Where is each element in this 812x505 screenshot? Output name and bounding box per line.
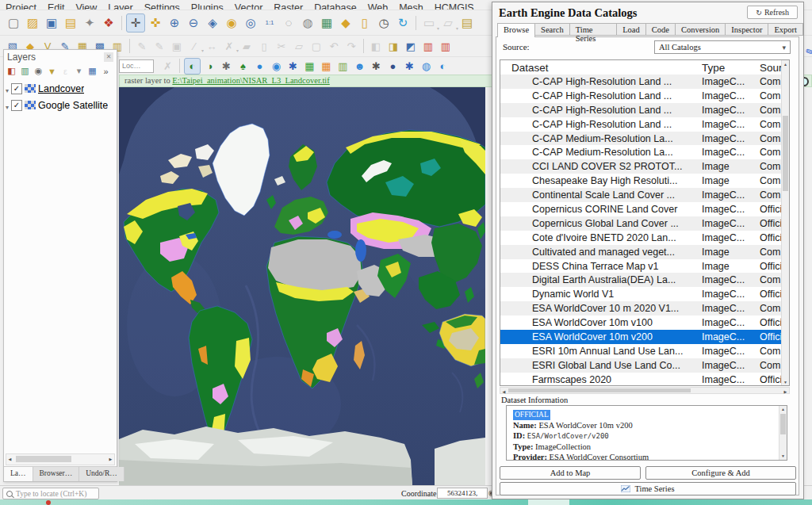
new-map-view-icon[interactable]: ▦ [318, 14, 335, 32]
scroll-left-icon[interactable] [6, 455, 13, 462]
redo-icon[interactable]: ↷ [343, 38, 359, 54]
planet-icon[interactable]: ● [385, 59, 400, 74]
dataset-row[interactable]: Chesapeake Bay High Resoluti...ImageCom.… [500, 174, 789, 188]
menu-view[interactable]: View [70, 3, 102, 10]
bookmark-editor-icon[interactable]: ▯ [356, 14, 373, 32]
zoom-full-icon[interactable]: ◈ [204, 14, 221, 32]
green-grid-icon[interactable]: ▦ [302, 59, 317, 74]
expand-collapse-icon[interactable]: ▾ [73, 65, 85, 77]
attribute-table-icon[interactable]: ▤ [458, 14, 476, 32]
add-to-map-button[interactable]: Add to Map [500, 466, 641, 480]
menu-web[interactable]: Web [362, 3, 393, 10]
refresh-button[interactable]: ↻ Refresh [747, 6, 798, 19]
scrollbar-thumb[interactable] [780, 414, 786, 434]
move-feature-icon[interactable]: ↔ [204, 38, 220, 54]
gear-blue-icon[interactable]: ✱ [285, 59, 301, 74]
current-edits-icon[interactable]: ✎ [134, 38, 150, 54]
delete-selected-icon[interactable]: ▯ [256, 38, 272, 54]
dataset-row[interactable]: C-CAP High-Resolution Land ...ImageC...C… [500, 117, 789, 132]
dataset-row[interactable]: ESA WorldCover 10m v200ImageC...Official [500, 330, 789, 344]
annotation-icon[interactable]: ▥ [438, 38, 454, 54]
tab-inspector[interactable]: Inspector [726, 23, 768, 36]
zoom-to-layer-icon[interactable]: ◎ [242, 14, 259, 32]
menu-settings[interactable]: Settings [139, 3, 186, 10]
layer-item[interactable]: Google Satellite [4, 97, 117, 113]
zoom-out-icon[interactable]: ⊖ [185, 14, 202, 32]
layer-diagram-icon[interactable]: ◩ [403, 38, 419, 54]
chevron-down-icon[interactable] [6, 82, 9, 96]
coordinate-input[interactable]: 56324123, 4678681 [437, 488, 488, 499]
dataset-row[interactable]: DESS China Terrace Map v1ImageOfficial [500, 259, 789, 274]
configure-add-button[interactable]: Configure & Add [645, 466, 796, 480]
scroll-down-icon[interactable] [782, 378, 789, 385]
scroll-right-icon[interactable] [782, 388, 789, 395]
new-project-icon[interactable]: ▢ [5, 14, 22, 32]
scrollbar-thumb[interactable] [508, 388, 691, 392]
menu-vector[interactable]: Vector [229, 3, 268, 10]
save-as-icon[interactable]: ▤ [62, 14, 79, 32]
undo-icon[interactable]: ↶ [326, 38, 342, 54]
map-tips-icon[interactable]: ▥ [420, 38, 436, 54]
gee-globe-icon[interactable]: ◑ [202, 59, 217, 74]
tab-search[interactable]: Search [535, 23, 570, 36]
tab-time-series[interactable]: Time Series [570, 23, 618, 36]
save-edits-icon[interactable]: ▣ [169, 38, 185, 54]
dataset-row[interactable]: Copernicus Global Land Cover ...ImageC..… [500, 216, 789, 231]
styling-panel-icon[interactable]: ◧ [6, 65, 17, 77]
dataset-row[interactable]: ESA WorldCover 10 m 2020 V1...ImageC...C… [500, 301, 789, 316]
dock-tab[interactable]: Browser… [33, 467, 80, 481]
tab-code[interactable]: Code [646, 23, 676, 36]
globe-icon-3[interactable]: ◐ [435, 59, 450, 74]
time-series-button[interactable]: Time Series [500, 482, 796, 495]
dataset-row[interactable]: CCI LAND COVER S2 PROTOT...ImageCom... [500, 159, 789, 174]
tab-load[interactable]: Load [617, 23, 646, 36]
menu-hcmgis[interactable]: HCMGIS [429, 3, 480, 10]
filter-expression-icon[interactable]: ε [59, 65, 71, 77]
deselect-features-icon[interactable]: ▱ [439, 14, 457, 32]
robot-face-icon[interactable]: ☻ [352, 59, 367, 74]
cut-features-icon[interactable]: ✂ [274, 38, 289, 54]
scroll-left-icon[interactable] [500, 388, 508, 395]
paste-features-icon[interactable]: ▢ [308, 38, 324, 54]
dataset-row[interactable]: Cote d'Ivoire BNETD 2020 Lan...ImageC...… [500, 231, 789, 245]
dock-tab[interactable]: Undo/R… [79, 467, 124, 481]
tree-plugin-icon[interactable]: ♠ [236, 59, 251, 74]
refresh-map-icon[interactable]: ↻ [394, 14, 412, 32]
scrollbar-thumb[interactable] [16, 456, 71, 462]
loc-toolbar-input[interactable]: Loc… [119, 59, 154, 73]
bookmark-icon[interactable]: ◆ [337, 14, 354, 32]
menu-project[interactable]: Project [0, 3, 42, 10]
dataset-row[interactable]: C-CAP Medium-Resolution La...ImageC...Co… [500, 145, 789, 159]
menu-layer[interactable]: Layer [102, 3, 138, 10]
scroll-up-icon[interactable] [782, 60, 789, 67]
map-canvas[interactable] [119, 87, 485, 485]
style-manager-icon[interactable]: ❖ [100, 14, 117, 32]
gear-small-icon[interactable]: ✱ [402, 59, 417, 74]
modify-attributes-icon[interactable]: ▰ [239, 38, 255, 54]
layer-checkbox[interactable] [11, 100, 22, 111]
remove-layer-icon[interactable]: ▦ [86, 65, 98, 77]
column-dataset[interactable]: Dataset [500, 62, 702, 74]
copy-features-icon[interactable]: ▱ [291, 38, 307, 54]
toggle-editing-icon[interactable]: ✎ [151, 38, 167, 54]
menu-plugins[interactable]: Plugins [186, 3, 229, 10]
battery-icon[interactable]: ▥ [335, 59, 350, 74]
globe-icon-2[interactable]: ◍ [419, 59, 434, 74]
add-feature-icon[interactable]: ∕ [186, 38, 202, 54]
add-group-icon[interactable]: ▥ [19, 65, 31, 77]
manage-visibility-icon[interactable]: ◉ [33, 65, 44, 77]
project-properties-icon[interactable]: ✦ [81, 14, 98, 32]
temporal-controller-icon[interactable]: ◷ [375, 14, 393, 32]
scroll-right-icon[interactable] [107, 455, 114, 462]
zoom-in-icon[interactable]: ⊕ [166, 14, 183, 32]
table-vscrollbar[interactable] [781, 60, 789, 385]
vertex-tool-icon[interactable]: ✗ [221, 38, 237, 54]
zoom-next-icon[interactable]: ◍ [299, 14, 316, 32]
dataset-row[interactable]: Continental Scale Land Cover ...ImageC..… [500, 188, 789, 202]
dataset-row[interactable]: Copernicus CORINE Land CoverImageC...Off… [500, 202, 789, 216]
ee-data-catalog-globe-icon[interactable]: ◐ [184, 58, 201, 75]
locate-input[interactable]: Type to locate (Ctrl+K) [2, 488, 99, 499]
layer-checkbox[interactable] [11, 83, 22, 94]
message-link[interactable]: E:\Taipei_animation\NISAR_L3_Landcover.t… [172, 76, 329, 85]
zoom-to-selection-icon[interactable]: ◉ [223, 14, 240, 32]
